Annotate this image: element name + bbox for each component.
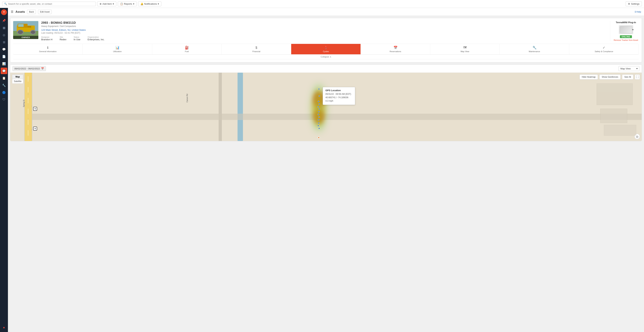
road-dash-6 xyxy=(28,130,28,136)
sidebar-item-documents[interactable]: 📄 xyxy=(1,53,7,60)
help-link[interactable]: ℹ Help xyxy=(635,10,641,13)
date-range-value: 06/02/2022 - 06/02/2022 xyxy=(14,67,40,70)
assignee-label: Assignee xyxy=(41,36,52,38)
assignee-field: Assignee Brandon H xyxy=(41,36,52,41)
road-arrow-up-1: ↑ xyxy=(31,105,32,108)
road-arrow-down-1: ↓ xyxy=(28,92,29,95)
asset-card: OWNED 2993 - BOMAG BW211D Heavy Equipmen… xyxy=(10,18,642,62)
map-dot-10 xyxy=(318,119,319,121)
map-dot-5 xyxy=(318,106,319,108)
date-range-picker[interactable]: 06/02/2022 - 06/02/2022 📅 xyxy=(12,66,46,71)
sidebar-item-dashboard[interactable]: ▦ xyxy=(1,24,7,31)
svg-rect-4 xyxy=(18,24,24,27)
tracker-online-badge: ONLINE xyxy=(620,35,632,38)
sidebar-item-map[interactable]: ◎ xyxy=(1,32,7,38)
road-horizontal xyxy=(32,114,642,120)
tab-reservations[interactable]: 📅 Reservations xyxy=(361,44,430,54)
sidebar-item-active[interactable]: 💬 xyxy=(1,68,7,74)
back-button[interactable]: Back xyxy=(27,10,36,14)
sidebar-item-wrench[interactable]: 🔧 xyxy=(1,82,7,88)
map-dot-1 xyxy=(318,88,320,90)
road-arrow-up-2: ↑ xyxy=(31,128,32,131)
hide-heatmap-button[interactable]: Hide Heatmap xyxy=(580,74,598,79)
main-content: ☰ Assets Back Edit Asset ℹ Help xyxy=(8,8,644,332)
tab-general[interactable]: ℹ General Information xyxy=(13,44,83,54)
sidebar-item-analytics[interactable]: 🔵 xyxy=(1,89,7,96)
search-input[interactable] xyxy=(8,2,94,5)
sidebar-logo[interactable]: T xyxy=(1,9,7,15)
road-arrow-down-2: ↓ xyxy=(28,118,29,120)
org-label: Organization xyxy=(88,36,104,38)
tab-fuel[interactable]: ⛽ Fuel xyxy=(152,44,222,54)
asset-category: Heavy Equipment / Soil Compactors xyxy=(41,25,607,27)
add-item-button[interactable]: ⊕ Add Item ▾ xyxy=(97,1,116,6)
tab-utilization[interactable]: 📊 Utilization xyxy=(83,44,152,54)
hwy-shield-2: 9 xyxy=(33,107,37,111)
map-view-selector[interactable]: Map View List View Timeline View xyxy=(618,66,640,71)
map-dot-9 xyxy=(318,116,320,118)
search-icon: 🔍 xyxy=(4,2,7,5)
map-type-control: Map Satellite xyxy=(12,74,23,84)
see-all-button[interactable]: See All xyxy=(622,74,633,79)
page-title: Assets xyxy=(16,10,25,13)
notifications-button[interactable]: 🔔 Notifications ▾ xyxy=(138,1,162,6)
settings-button[interactable]: ⚙ Settings xyxy=(626,1,642,6)
site-value: Redev xyxy=(60,38,66,41)
map-dot-6 xyxy=(318,108,320,110)
sidebar-item-pin[interactable]: 📌 xyxy=(1,17,7,24)
river xyxy=(238,73,243,141)
satellite-tab[interactable]: Satellite xyxy=(12,79,23,83)
sidebar-item-shield[interactable]: 🛡 xyxy=(1,96,7,103)
asset-info: 2993 - BOMAG BW211D Heavy Equipment / So… xyxy=(41,21,607,41)
bell-icon: 🔔 xyxy=(140,2,143,5)
fullscreen-button[interactable]: ⛶ xyxy=(635,74,640,79)
assets-icon: ☰ xyxy=(11,10,13,13)
org-value: Enterprises, Inc. xyxy=(88,38,104,41)
map-tab[interactable]: Map xyxy=(12,75,23,79)
tracker-image xyxy=(619,25,633,34)
map-toolbar: 06/02/2022 - 06/02/2022 📅 Map View List … xyxy=(10,65,642,73)
collapse-bar[interactable]: Collapse ∧ xyxy=(13,54,639,59)
show-geofences-button[interactable]: Show Geofences xyxy=(599,74,620,79)
reports-button[interactable]: 📋 Reports ▾ xyxy=(118,1,137,6)
sidebar: T 📌 ▦ ◎ ⊞ 💬 📄 📊 💬 📋 🔧 🔵 🛡 🔺 xyxy=(0,8,8,332)
map-dot-3 xyxy=(318,101,319,102)
svg-rect-9 xyxy=(28,26,31,27)
remove-tracker-link[interactable]: Remove Tracker from Asset xyxy=(614,39,638,41)
tracker-device xyxy=(620,26,632,33)
sidebar-item-reports[interactable]: 📊 xyxy=(1,60,7,67)
tabs-bar: ℹ General Information 📊 Utilization ⛽ Fu… xyxy=(13,44,639,54)
tracker-panel: TennaMINI Plug-In ONLINE Remove Tracker … xyxy=(610,21,639,41)
map-dot-12 xyxy=(318,125,319,126)
search-bar[interactable]: 🔍 xyxy=(2,1,96,6)
dollar-icon: $ xyxy=(255,46,257,50)
reports-icon: 📋 xyxy=(120,2,123,5)
status-value: In Use xyxy=(74,38,80,41)
chevron-down-icon: ▾ xyxy=(133,2,134,5)
building-3 xyxy=(604,125,636,136)
status-label: Status xyxy=(74,36,80,38)
gps-coords: 40.683741 / -74.189036 xyxy=(326,96,352,99)
sidebar-item-clipboard[interactable]: 📋 xyxy=(1,75,7,81)
site-field: Site Redev xyxy=(60,36,66,41)
cycles-icon: 📍 xyxy=(324,46,328,50)
calendar-icon: 📅 xyxy=(41,67,44,70)
sidebar-item-assets[interactable]: ⊞ xyxy=(1,39,7,45)
owned-badge: OWNED xyxy=(13,36,38,39)
page-header: ☰ Assets Back Edit Asset ℹ Help xyxy=(8,8,644,16)
edit-asset-button[interactable]: Edit Asset xyxy=(38,10,52,14)
tab-financial[interactable]: $ Financial xyxy=(222,44,291,54)
map-dot-13 xyxy=(318,128,320,129)
asset-title: 2993 - BOMAG BW211D xyxy=(41,21,607,25)
sidebar-item-messages[interactable]: 💬 xyxy=(1,46,7,52)
tab-safety[interactable]: ✓ Safety & Compliance xyxy=(569,44,639,54)
gps-speed: 4.3 mph xyxy=(326,99,352,103)
tab-maintenance[interactable]: 🔧 Maintenance xyxy=(500,44,569,54)
tab-cycles[interactable]: 📍 Cycles xyxy=(291,44,361,54)
building-2 xyxy=(600,109,627,123)
heatmap-area xyxy=(313,81,324,135)
map-dot-8 xyxy=(318,114,319,115)
tab-mapview[interactable]: 🗺 Map View xyxy=(430,44,500,54)
asset-address[interactable]: 123 Main Street, Edison, NJ, United Stat… xyxy=(41,29,607,31)
sidebar-item-alert[interactable]: 🔺 xyxy=(1,324,7,331)
